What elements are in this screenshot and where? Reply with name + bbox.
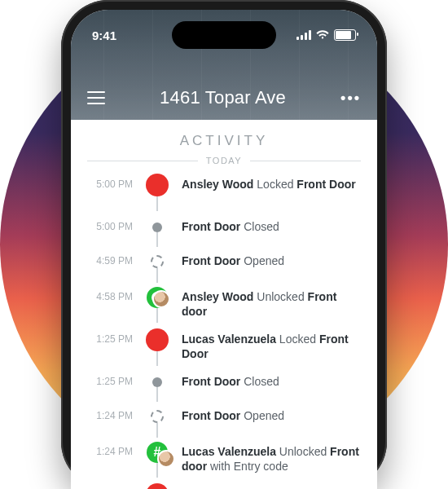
activity-row[interactable]: 4:58 PMAnsley Wood Unlocked Front door: [87, 283, 361, 325]
activity-row[interactable]: 8:30 AMAnsley Wood Locked Front Door: [87, 480, 361, 489]
activity-row[interactable]: 4:59 PMFront Door Opened: [87, 247, 361, 283]
activity-time: 1:24 PM: [87, 402, 133, 421]
day-divider: TODAY: [71, 156, 377, 165]
activity-time: 1:24 PM: [87, 438, 133, 457]
activity-row[interactable]: 1:24 PMFront Door Opened: [87, 402, 361, 438]
cellular-icon: [296, 30, 311, 40]
dynamic-island: [172, 21, 276, 49]
phone-frame: 9:41 1461 Topar Ave •••: [61, 0, 387, 489]
timeline-connector: [156, 387, 158, 402]
open-icon: [151, 410, 164, 423]
timeline-connector: [156, 351, 158, 366]
timeline-connector: [156, 268, 158, 283]
more-button[interactable]: •••: [340, 90, 361, 105]
activity-text: Ansley Wood Locked Front Door: [182, 170, 361, 192]
activity-text: Front Door Opened: [182, 402, 361, 423]
activity-text: Lucas Valenzuela Locked Front Door: [182, 325, 361, 361]
timeline-connector: [156, 308, 158, 323]
lock-icon: [146, 483, 169, 489]
activity-row[interactable]: 5:00 PMFront Door Closed: [87, 213, 361, 247]
activity-time: 8:30 AM: [87, 480, 133, 489]
activity-text: Lucas Valenzuela Unlocked Front door wit…: [182, 438, 361, 474]
timeline-axis: [144, 480, 170, 489]
activity-time: 4:59 PM: [87, 247, 133, 267]
activity-row[interactable]: 1:25 PMLucas Valenzuela Locked Front Doo…: [87, 325, 361, 368]
battery-icon: [334, 29, 356, 41]
keypad-icon: #: [147, 442, 168, 463]
lock-icon: [146, 328, 169, 351]
section-heading: ACTIVITY: [71, 133, 377, 149]
avatar: [157, 450, 175, 468]
app-header: 9:41 1461 Topar Ave •••: [71, 10, 377, 120]
activity-time: 1:25 PM: [87, 368, 133, 387]
activity-time: 5:00 PM: [87, 213, 133, 232]
activity-row[interactable]: 1:25 PMFront Door Closed: [87, 368, 361, 402]
unlock-ring-icon: [147, 287, 168, 308]
lock-icon: [146, 174, 169, 196]
page-title: 1461 Topar Ave: [160, 87, 286, 108]
timeline-connector: [156, 423, 158, 438]
timeline-connector: [156, 232, 158, 247]
timeline-axis: [144, 170, 170, 211]
dot-icon: [152, 222, 162, 232]
open-icon: [151, 255, 164, 268]
status-icons: [296, 29, 356, 41]
activity-row[interactable]: 5:00 PMAnsley Wood Locked Front Door: [87, 170, 361, 213]
avatar: [152, 290, 170, 308]
timeline-axis: [144, 325, 170, 366]
activity-row[interactable]: 1:24 PM#Lucas Valenzuela Unlocked Front …: [87, 438, 361, 480]
activity-time: 5:00 PM: [87, 170, 133, 190]
activity-text: Ansley Wood Locked Front Door: [182, 480, 361, 489]
timeline-connector: [156, 196, 158, 211]
wifi-icon: [316, 30, 329, 40]
timeline-connector: [156, 463, 158, 478]
activity-section: ACTIVITY TODAY 5:00 PMAnsley Wood Locked…: [71, 120, 377, 489]
activity-text: Front Door Closed: [182, 213, 361, 234]
dot-icon: [152, 377, 162, 387]
activity-time: 4:58 PM: [87, 283, 133, 302]
clock: 9:41: [92, 29, 116, 42]
activity-text: Front Door Closed: [182, 368, 361, 389]
day-label: TODAY: [206, 156, 242, 165]
activity-time: 1:25 PM: [87, 325, 133, 345]
phone-screen: 9:41 1461 Topar Ave •••: [71, 10, 377, 489]
activity-feed[interactable]: 5:00 PMAnsley Wood Locked Front Door5:00…: [71, 170, 377, 489]
menu-button[interactable]: [87, 91, 105, 104]
timeline-axis: #: [144, 438, 170, 478]
activity-text: Front Door Opened: [182, 247, 361, 268]
activity-text: Ansley Wood Unlocked Front door: [182, 283, 361, 319]
timeline-axis: [144, 247, 170, 283]
timeline-axis: [144, 368, 170, 402]
timeline-axis: [144, 283, 170, 323]
timeline-axis: [144, 213, 170, 247]
timeline-axis: [144, 402, 170, 438]
